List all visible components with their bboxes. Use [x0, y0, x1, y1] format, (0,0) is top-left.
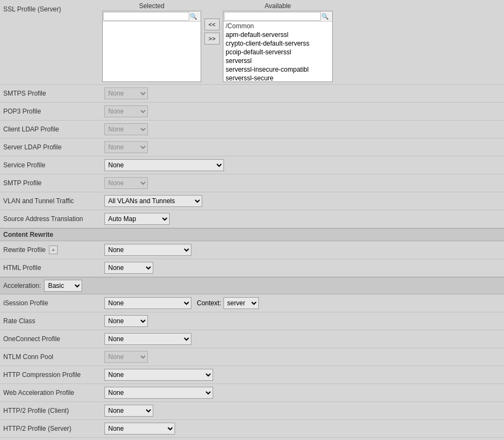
- rewrite-profile-label: Rewrite Profile +: [0, 246, 102, 254]
- available-search-input[interactable]: [224, 12, 321, 21]
- smtp-profile-select[interactable]: None: [104, 177, 148, 189]
- oneconnect-profile-select[interactable]: None: [104, 333, 191, 345]
- selected-search-input[interactable]: [103, 12, 189, 21]
- move-left-button[interactable]: <<: [204, 18, 220, 30]
- src-addr-trans-select[interactable]: Auto Map: [104, 213, 170, 225]
- selected-search-icon[interactable]: 🔍: [189, 12, 198, 21]
- selected-header: Selected: [102, 2, 201, 10]
- html-profile-label: HTML Profile: [0, 264, 102, 272]
- http2-server-profile-label: HTTP/2 Profile (Server): [0, 425, 102, 432]
- rewrite-profile-select[interactable]: None: [104, 244, 191, 256]
- available-search-icon[interactable]: 🔍: [321, 12, 329, 21]
- available-item[interactable]: serverssl-secure: [223, 74, 332, 81]
- available-listbox[interactable]: /Common apm-default-serverssl crypto-cli…: [223, 22, 332, 81]
- acceleration-header: Acceleration: Basic None Medium Maximum: [0, 277, 504, 294]
- service-profile-label: Service Profile: [0, 161, 102, 169]
- context-label: Context:: [197, 299, 221, 307]
- http-compress-profile-label: HTTP Compression Profile: [0, 371, 102, 379]
- rate-class-label: Rate Class: [0, 317, 102, 325]
- http2-client-profile-label: HTTP/2 Profile (Client): [0, 407, 102, 414]
- available-header: Available: [223, 2, 333, 10]
- vlan-tunnel-select[interactable]: All VLANs and Tunnels: [104, 195, 202, 207]
- smtps-profile-select[interactable]: None: [104, 87, 148, 99]
- available-item[interactable]: pcoip-default-serverssl: [223, 48, 332, 56]
- http2-server-profile-select[interactable]: None: [104, 423, 175, 435]
- client-ldap-profile-label: Client LDAP Profile: [0, 125, 102, 133]
- oneconnect-profile-label: OneConnect Profile: [0, 335, 102, 343]
- available-item[interactable]: crypto-client-default-serverss: [223, 39, 332, 48]
- vlan-tunnel-label: VLAN and Tunnel Traffic: [0, 197, 102, 205]
- client-ldap-profile-select[interactable]: None: [104, 123, 148, 135]
- pop3-profile-select[interactable]: None: [104, 105, 148, 117]
- smtps-profile-label: SMTPS Profile: [0, 90, 102, 97]
- acceleration-mode-select[interactable]: Basic None Medium Maximum: [44, 280, 82, 292]
- available-item[interactable]: /Common: [223, 22, 332, 30]
- http-compress-profile-select[interactable]: None: [104, 369, 213, 381]
- isession-profile-select[interactable]: None: [104, 297, 191, 309]
- src-addr-trans-label: Source Address Translation: [0, 215, 102, 223]
- server-ldap-profile-label: Server LDAP Profile: [0, 143, 102, 151]
- rewrite-profile-help-button[interactable]: +: [49, 246, 58, 254]
- pop3-profile-label: POP3 Profile: [0, 108, 102, 115]
- ntlm-conn-pool-select[interactable]: None: [104, 351, 148, 363]
- service-profile-select[interactable]: None: [104, 159, 224, 171]
- content-rewrite-header: Content Rewrite: [0, 228, 504, 241]
- web-accel-profile-select[interactable]: None: [104, 387, 213, 399]
- ntlm-conn-pool-label: NTLM Conn Pool: [0, 353, 102, 361]
- http2-client-profile-select[interactable]: None: [104, 405, 153, 417]
- web-accel-profile-label: Web Acceleration Profile: [0, 389, 102, 397]
- available-item[interactable]: serverssl-insecure-compatibl: [223, 65, 332, 74]
- server-ldap-profile-select[interactable]: None: [104, 141, 148, 153]
- acceleration-label: Acceleration:: [3, 282, 41, 290]
- rate-class-select[interactable]: None: [104, 315, 148, 327]
- move-right-button[interactable]: >>: [204, 33, 220, 45]
- isession-profile-label: iSession Profile: [0, 299, 102, 307]
- selected-listbox[interactable]: [103, 22, 201, 81]
- available-item[interactable]: serverssl: [223, 56, 332, 65]
- html-profile-select[interactable]: None: [104, 262, 153, 274]
- smtp-profile-label: SMTP Profile: [0, 179, 102, 187]
- available-item[interactable]: apm-default-serverssl: [223, 30, 332, 39]
- context-select[interactable]: server client: [223, 297, 259, 309]
- ssl-profile-label: SSL Profile (Server): [0, 2, 102, 13]
